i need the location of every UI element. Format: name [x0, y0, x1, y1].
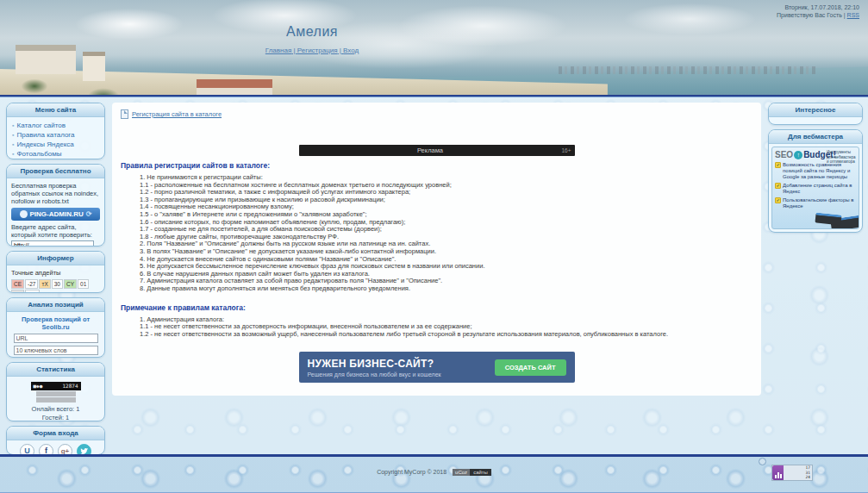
- informer-cell: CY: [64, 279, 77, 289]
- ad-age-badge: 16+: [561, 147, 571, 153]
- block-title: Статистика: [7, 363, 104, 377]
- seolib-title: Проверка позиций от Seolib.ru: [11, 315, 100, 331]
- corner-icon[interactable]: [759, 458, 766, 465]
- create-site-button[interactable]: СОЗДАТЬ САЙТ: [495, 359, 566, 376]
- menu-item[interactable]: Каталог сайтов: [12, 122, 99, 129]
- business-ad-banner[interactable]: НУЖЕН БИЗНЕС-САЙТ? Решения для бизнеса н…: [299, 352, 575, 383]
- informer-cell: ЛС: [11, 290, 24, 294]
- ad-label: Реклама: [299, 147, 562, 154]
- informer-cell: 30: [52, 279, 63, 289]
- uid-login-icon[interactable]: U: [20, 444, 34, 455]
- page-icon: [121, 109, 128, 119]
- google-login-icon[interactable]: g+: [58, 444, 72, 455]
- bullet-item: Добавление страниц сайта в Яндекс: [775, 183, 854, 195]
- visitor-counter[interactable]: 173124: [771, 465, 813, 481]
- seobudget-banner[interactable]: SEO ↑ Budget! Инструменты для вебмастера…: [771, 147, 859, 229]
- bullet-item: Возможность сравнения позиций сайта по Я…: [775, 162, 854, 180]
- rss-link[interactable]: RSS: [847, 12, 859, 18]
- notes-title: Примечание к правилам каталога:: [121, 303, 752, 312]
- block-title: Анализ позиций: [7, 298, 104, 312]
- ucoz-badge[interactable]: uCoz сайты: [453, 469, 491, 476]
- facebook-login-icon[interactable]: f: [39, 444, 53, 455]
- update-informer: СЕ-27тХ30CY01ЛС301: [11, 279, 100, 294]
- banner-title: НУЖЕН БИЗНЕС-САЙТ?: [308, 358, 488, 370]
- informer-cell: тХ: [39, 279, 50, 289]
- banner-subtitle: Решения для бизнеса на любой вкус и коше…: [308, 371, 488, 378]
- counter-row: 24: [784, 475, 812, 480]
- login-block: Форма входа U f g+: [6, 426, 105, 455]
- palms-decor: [0, 67, 224, 95]
- block-title: Проверка бесплатно: [7, 165, 104, 178]
- informer-cell: -27: [25, 279, 38, 289]
- header-photo: Амелия ГлавнаяРегистрацияВход Вторник, 1…: [0, 0, 868, 95]
- informer-cell: 01: [78, 279, 89, 289]
- nav-link[interactable]: Главная: [265, 47, 291, 54]
- rules-list: 1. Не принимаются к регистрации сайты:1.…: [121, 174, 752, 293]
- statistics-block: Статистика ■◆●12874 Онлайн всего: 1 Гост…: [6, 362, 105, 421]
- notes-list: 1. Администрация каталога:1.1 - не несет…: [121, 316, 752, 339]
- bullet-item: Пользовательские факторы в Яндексе: [775, 197, 854, 209]
- stat-guests: Гостей: 1: [11, 414, 100, 421]
- left-sidebar: Меню сайта Каталог сайтовПравила каталог…: [6, 103, 105, 455]
- site-url-input[interactable]: [11, 240, 94, 246]
- ping-admin-banner[interactable]: PING-ADMIN.RU ⟳: [11, 208, 100, 221]
- site-menu: Каталог сайтовПравила каталогаИндексы Ян…: [7, 117, 104, 159]
- ping-admin-logo-icon: [20, 210, 28, 218]
- counter-bar: [36, 391, 76, 396]
- main-content: Регистрация сайта в каталоге Реклама 16+…: [112, 103, 761, 396]
- menu-block: Меню сайта Каталог сайтовПравила каталог…: [6, 103, 105, 159]
- interesting-block: Интересное: [768, 103, 863, 125]
- check-icon: [775, 197, 781, 203]
- main-column: Регистрация сайта в каталоге Реклама 16+…: [112, 103, 761, 455]
- seobudget-bullets: Возможность сравнения позиций сайта по Я…: [775, 162, 854, 209]
- seolib-url-input[interactable]: [14, 334, 98, 343]
- backlink-check-block: Проверка бесплатно Бесплатная проверка о…: [6, 164, 105, 246]
- menu-item[interactable]: Правила каталога: [12, 131, 99, 139]
- datetime: Вторник, 17.07.2018, 22:10: [777, 3, 859, 11]
- breadcrumb-link[interactable]: Регистрация сайта в каталоге: [132, 110, 222, 118]
- seobudget-logo: SEO: [775, 150, 793, 159]
- check-icon: [775, 162, 781, 168]
- rule-line: 8. Данные правила могут дополняться или …: [140, 285, 752, 293]
- city-skyline-decor: [559, 66, 817, 74]
- block-title: Для вебмастера: [769, 130, 862, 144]
- webmaster-block: Для вебмастера SEO ↑ Budget! Инструменты…: [768, 129, 863, 233]
- rules-title: Правила регистрации сайтов в каталоге:: [121, 161, 752, 170]
- top-info: Вторник, 17.07.2018, 22:10 Приветствую В…: [777, 3, 859, 19]
- nav-link[interactable]: Регистрация: [291, 47, 337, 54]
- ad-bar: Реклама 16+: [299, 145, 575, 156]
- right-sidebar: Интересное Для вебмастера SEO ↑ Budget! …: [768, 103, 863, 455]
- informer-subtitle: Точные апдейты: [11, 269, 100, 277]
- refresh-icon: ⟳: [86, 210, 92, 218]
- arrow-up-icon: ↑: [794, 151, 802, 159]
- positions-block: Анализ позиций Проверка позиций от Seoli…: [6, 297, 105, 358]
- hit-counter: ■◆●12874: [31, 382, 81, 390]
- note-line: 1.2 - не несет ответственности за возмож…: [140, 331, 752, 339]
- greeting: Приветствую Вас Гость: [777, 12, 842, 18]
- nav-link[interactable]: Вход: [338, 47, 359, 54]
- counter-bar: [36, 397, 76, 403]
- block-title: Меню сайта: [7, 103, 104, 117]
- menu-item[interactable]: Фотоальбомы: [12, 150, 99, 158]
- copyright: Copyright MyCorp © 2018: [377, 469, 446, 475]
- block-title: Информер: [7, 252, 104, 265]
- check-hint: Введите адрес сайта, который хотите пров…: [11, 223, 100, 239]
- menu-item[interactable]: Индексы Яндекса: [12, 140, 99, 148]
- check-icon: [775, 183, 781, 189]
- twitter-login-icon[interactable]: [77, 444, 91, 455]
- block-title: Интересное: [769, 103, 862, 117]
- check-description: Бесплатная проверка обратных ссылок на n…: [11, 182, 100, 205]
- main-nav: ГлавнаяРегистрацияВход: [209, 47, 415, 54]
- seolib-keywords-input[interactable]: [14, 346, 98, 355]
- footer: Copyright MyCorp © 2018 uCoz сайты 17312…: [0, 454, 868, 493]
- informer-block: Информер Точные апдейты СЕ-27тХ30CY01ЛС3…: [6, 251, 105, 294]
- stat-online: Онлайн всего: 1: [11, 405, 100, 414]
- informer-cell: СЕ: [11, 279, 24, 289]
- block-title: Форма входа: [7, 427, 104, 440]
- site-title: Амелия: [243, 24, 381, 40]
- informer-cell: 301: [25, 290, 40, 294]
- counter-rows: 173124: [784, 465, 812, 480]
- bar-chart-icon: [772, 465, 784, 480]
